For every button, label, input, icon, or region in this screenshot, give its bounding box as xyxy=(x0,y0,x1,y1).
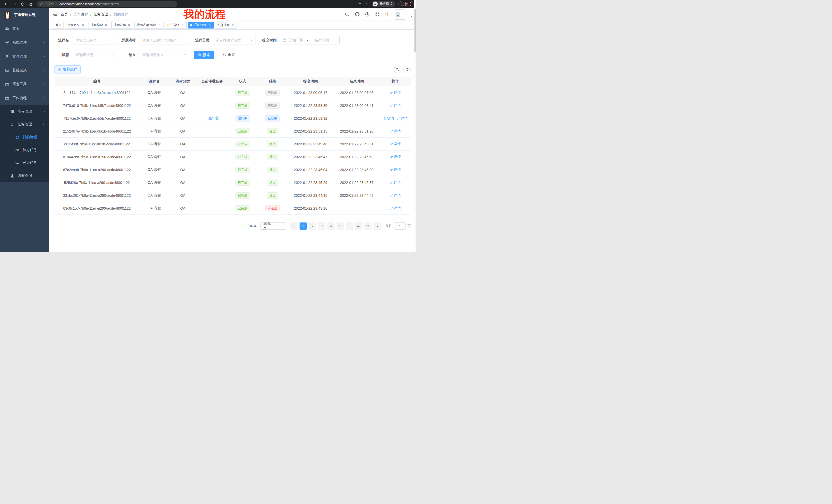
sidebar-item-infra[interactable]: 基础设施 xyxy=(0,63,49,77)
sidebar-item-my-process[interactable]: 我的流程 xyxy=(0,131,49,144)
detail-link[interactable]: 详情 xyxy=(390,129,401,134)
browser-update-button[interactable]: 更新 xyxy=(398,1,413,7)
page-button-2[interactable]: 2 xyxy=(309,222,316,230)
sidebar-item-devtools[interactable]: 研发工具 xyxy=(0,77,49,91)
address-bar[interactable]: 不安全 dashboard.yudao.iocoder.cn /bpm/task… xyxy=(37,1,177,7)
sidebar-item-system[interactable]: 系统管理 xyxy=(0,36,49,50)
detail-link[interactable]: 详情 xyxy=(390,90,401,95)
cancel-link[interactable]: 取消 xyxy=(383,116,394,121)
help-icon[interactable]: ? xyxy=(365,12,370,17)
tab-process-model[interactable]: 流程模型✕ xyxy=(88,22,110,29)
reset-button[interactable]: 重置 xyxy=(219,51,239,59)
close-icon[interactable]: ✕ xyxy=(127,23,131,27)
status-select[interactable]: 请选择状态 xyxy=(72,51,117,59)
tab-process-form[interactable]: 流程表单✕ xyxy=(111,22,133,29)
breadcrumb-task-mgmt[interactable]: 任务管理 xyxy=(94,12,108,17)
scrollbar-thumb[interactable] xyxy=(414,9,416,52)
close-icon[interactable]: ✕ xyxy=(104,23,108,27)
avatar-caret-icon[interactable] xyxy=(410,16,413,17)
sidebar-item-todo-tasks[interactable]: 待办任务 xyxy=(0,144,49,157)
browser-menu-icon[interactable] xyxy=(410,2,411,6)
more-pages-button[interactable]: ••• xyxy=(355,222,362,230)
start-process-button[interactable]: 发起流程 xyxy=(54,65,81,74)
pagination: 共 104 条 10条/页 1 2 3 4 5 6 ••• 11 xyxy=(54,222,411,230)
breadcrumb-home[interactable]: 首页 xyxy=(61,12,68,17)
search-icon[interactable] xyxy=(345,12,349,17)
detail-link[interactable]: 详情 xyxy=(390,142,401,146)
page-button-1[interactable]: 1 xyxy=(300,222,307,230)
detail-link[interactable]: 详情 xyxy=(397,116,408,121)
table-row: 7470a810-7b9b-11ec-b5b7-acde48001122 OA … xyxy=(54,99,411,112)
prev-page-button[interactable] xyxy=(290,222,297,230)
close-icon[interactable]: ✕ xyxy=(208,23,211,27)
breadcrumb-current: 我的流程 xyxy=(114,12,128,17)
password-key-icon[interactable] xyxy=(357,1,362,7)
sidebar-item-payment[interactable]: ¥ 支付管理 xyxy=(0,50,49,63)
eye-closed-icon xyxy=(15,161,20,165)
refresh-button[interactable] xyxy=(404,66,411,73)
category-select[interactable]: 请选择流程分类 xyxy=(213,36,256,45)
goto-page-input[interactable] xyxy=(394,222,406,230)
chevron-down-icon xyxy=(43,68,46,73)
close-icon[interactable]: ✕ xyxy=(158,23,161,27)
page-size-select[interactable]: 10条/页 xyxy=(260,222,286,230)
result-select[interactable]: 请选择流结果 xyxy=(139,51,189,59)
process-definition-input[interactable] xyxy=(139,36,189,45)
submit-time-range-picker[interactable]: 开始日期 - 结束日期 xyxy=(280,36,340,45)
fullscreen-icon[interactable] xyxy=(375,12,380,17)
font-size-icon[interactable]: TT xyxy=(385,12,390,17)
bookmark-star-icon[interactable]: ☆ xyxy=(365,2,368,6)
result-badge: 已取消 xyxy=(265,90,280,96)
browser-back-icon[interactable] xyxy=(4,2,8,6)
browser-reload-icon[interactable] xyxy=(21,2,25,6)
sidebar-item-home[interactable]: 首页 xyxy=(0,22,49,36)
sidebar-item-leave-query[interactable]: 请假查询 xyxy=(0,169,49,182)
toolbox-icon xyxy=(5,82,9,87)
monitor-icon xyxy=(5,68,9,73)
sidebar-item-workflow[interactable]: 工作流程 xyxy=(0,91,49,105)
detail-link[interactable]: 详情 xyxy=(390,155,401,159)
sidebar-item-process-mgmt[interactable]: 流程管理 xyxy=(0,105,49,118)
detail-link[interactable]: 详情 xyxy=(390,193,401,198)
tab-process-form-edit[interactable]: 流程表单-编辑✕ xyxy=(134,22,163,29)
avatar[interactable] xyxy=(395,9,405,20)
current-task-link[interactable]: 一级审批 xyxy=(205,116,219,121)
close-icon[interactable]: ✕ xyxy=(181,23,184,27)
sidebar-item-done-tasks[interactable]: 已办任务 xyxy=(0,157,49,169)
page-button-5[interactable]: 5 xyxy=(337,222,344,230)
table-row: 331bc281-7b9a-11ec-a290-acde48001122 OA … xyxy=(54,189,411,202)
browser-forward-icon[interactable] xyxy=(12,2,17,6)
status-badge: 进行中 xyxy=(235,115,250,121)
process-name-input[interactable] xyxy=(72,36,117,45)
sidebar-item-task-mgmt[interactable]: 任务管理 xyxy=(0,118,49,131)
sidebar-toggle-icon[interactable] xyxy=(49,8,61,21)
tab-my-process[interactable]: 我的流程✕ xyxy=(188,22,214,29)
search-button[interactable]: 搜索 xyxy=(194,51,214,59)
tab-user-group[interactable]: 用户分组✕ xyxy=(165,22,187,29)
page-button-4[interactable]: 4 xyxy=(327,222,335,230)
app-logo[interactable]: 芋道管理系统 xyxy=(0,8,49,22)
page-button-11[interactable]: 11 xyxy=(364,222,371,230)
sidebar: 芋道管理系统 首页 系统管理 ¥ 支付管理 xyxy=(0,8,49,252)
next-page-button[interactable] xyxy=(373,222,381,230)
result-badge: 通过 xyxy=(267,154,278,160)
tab-start-process[interactable]: 发起流程✕ xyxy=(215,22,237,29)
detail-link[interactable]: 详情 xyxy=(390,206,401,211)
detail-link[interactable]: 详情 xyxy=(390,103,401,108)
github-icon[interactable] xyxy=(355,12,360,17)
scrollbar-track[interactable] xyxy=(414,0,416,252)
detail-link[interactable]: 详情 xyxy=(390,167,401,172)
close-icon[interactable]: ✕ xyxy=(231,23,234,27)
page-button-3[interactable]: 3 xyxy=(318,222,325,230)
browser-home-icon[interactable] xyxy=(29,2,33,6)
tab-process-definition[interactable]: 流程定义✕ xyxy=(65,22,87,29)
page-button-6[interactable]: 6 xyxy=(346,222,353,230)
detail-link[interactable]: 详情 xyxy=(390,180,401,185)
app-title: 芋道管理系统 xyxy=(14,12,35,17)
chevron-down-icon xyxy=(43,40,46,45)
cell-id: 52ffd28e-7b9a-11ec-a290-acde48001122 xyxy=(54,176,139,189)
close-icon[interactable]: ✕ xyxy=(81,23,85,27)
toggle-search-button[interactable] xyxy=(394,66,401,73)
breadcrumb-workflow[interactable]: 工作流程 xyxy=(74,12,88,17)
tab-home[interactable]: 首页 xyxy=(53,22,64,29)
